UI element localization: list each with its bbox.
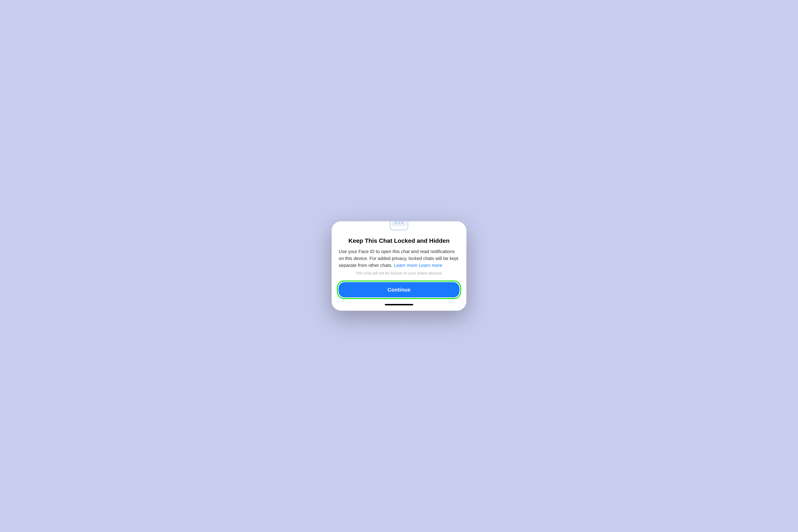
phone-frame: 10:17 87 xyxy=(331,221,467,311)
continue-btn-highlight: Continue xyxy=(337,281,461,299)
home-indicator xyxy=(385,304,413,305)
modal-title: Keep This Chat Locked and Hidden xyxy=(331,237,467,248)
svg-point-17 xyxy=(401,222,403,224)
phone-illustration xyxy=(386,221,412,232)
modal-note: This chat will not be locked on your lin… xyxy=(331,271,467,281)
continue-btn-wrapper: Continue xyxy=(331,281,467,302)
continue-button[interactable]: Continue xyxy=(339,282,459,298)
svg-point-16 xyxy=(398,222,400,224)
svg-point-15 xyxy=(395,222,397,224)
modal-description: Use your Face ID to open this chat and r… xyxy=(331,248,467,271)
modal-illustration xyxy=(331,221,467,237)
learn-more-link[interactable]: Learn more xyxy=(394,263,417,268)
learn-more-text[interactable]: Learn more xyxy=(419,263,442,268)
content-area: LM 2 Apr 2018 Media, Links, and Docs 3,6… xyxy=(331,271,467,311)
modal-sheet: ✕ xyxy=(331,221,467,311)
